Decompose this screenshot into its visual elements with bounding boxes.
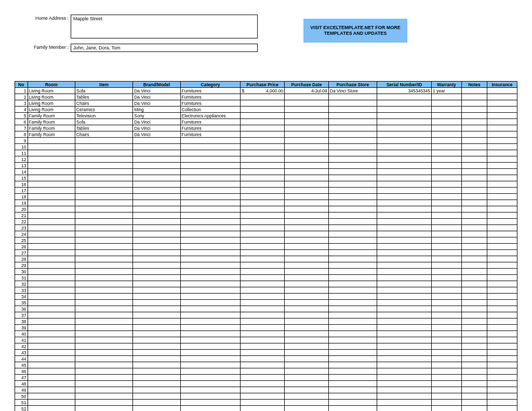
cell-warranty[interactable] (432, 294, 462, 300)
cell-serial[interactable] (377, 368, 432, 375)
cell-brand[interactable]: Ming (133, 107, 180, 113)
cell-notes[interactable] (461, 331, 487, 337)
cell-category[interactable] (180, 362, 241, 368)
cell-date[interactable] (285, 368, 329, 375)
cell-date[interactable] (285, 225, 329, 231)
cell-price[interactable] (241, 188, 285, 194)
cell-room[interactable] (28, 275, 75, 281)
cell-insurance[interactable] (487, 356, 517, 362)
cell-notes[interactable] (461, 206, 487, 213)
cell-item[interactable] (75, 156, 132, 163)
cell-date[interactable] (285, 188, 329, 194)
cell-item[interactable] (75, 343, 132, 350)
cell-date[interactable] (285, 107, 329, 113)
cell-price[interactable] (241, 138, 285, 144)
cell-serial[interactable] (377, 275, 432, 281)
cell-store[interactable] (328, 138, 377, 144)
cell-store[interactable] (328, 119, 377, 125)
cell-insurance[interactable] (487, 163, 517, 169)
cell-insurance[interactable] (487, 350, 517, 356)
cell-serial[interactable] (377, 306, 432, 312)
cell-no[interactable]: 9 (15, 138, 28, 144)
cell-notes[interactable] (461, 100, 487, 107)
cell-room[interactable] (28, 194, 75, 200)
cell-brand[interactable] (133, 225, 180, 231)
cell-category[interactable] (180, 312, 241, 319)
cell-no[interactable]: 48 (15, 381, 28, 387)
cell-notes[interactable] (461, 107, 487, 113)
cell-warranty[interactable] (432, 356, 462, 362)
cell-room[interactable] (28, 200, 75, 206)
cell-item[interactable] (75, 144, 132, 150)
cell-serial[interactable] (377, 231, 432, 237)
cell-serial[interactable] (377, 406, 432, 412)
cell-no[interactable]: 17 (15, 188, 28, 194)
cell-category[interactable] (180, 393, 241, 400)
cell-store[interactable] (328, 400, 377, 406)
cell-room[interactable] (28, 381, 75, 387)
cell-date[interactable] (285, 250, 329, 256)
cell-date[interactable] (285, 200, 329, 206)
cell-room[interactable] (28, 356, 75, 362)
cell-brand[interactable] (133, 163, 180, 169)
cell-date[interactable] (285, 244, 329, 250)
cell-insurance[interactable] (487, 213, 517, 219)
cell-insurance[interactable] (487, 250, 517, 256)
cell-price[interactable] (241, 181, 285, 188)
cell-insurance[interactable] (487, 275, 517, 281)
cell-no[interactable]: 16 (15, 181, 28, 188)
cell-date[interactable] (285, 350, 329, 356)
cell-serial[interactable] (377, 237, 432, 244)
cell-no[interactable]: 36 (15, 306, 28, 312)
cell-item[interactable]: Ceramics (75, 107, 132, 113)
cell-item[interactable] (75, 231, 132, 237)
cell-serial[interactable] (377, 300, 432, 306)
cell-insurance[interactable] (487, 362, 517, 368)
cell-brand[interactable]: Sony (133, 113, 180, 119)
cell-store[interactable] (328, 269, 377, 275)
cell-no[interactable]: 27 (15, 250, 28, 256)
cell-item[interactable] (75, 381, 132, 387)
cell-brand[interactable] (133, 393, 180, 400)
cell-price[interactable] (241, 337, 285, 343)
cell-date[interactable] (285, 381, 329, 387)
cell-item[interactable] (75, 181, 132, 188)
cell-brand[interactable] (133, 188, 180, 194)
cell-room[interactable] (28, 306, 75, 312)
cell-warranty[interactable] (432, 350, 462, 356)
cell-store[interactable] (328, 406, 377, 412)
cell-room[interactable] (28, 406, 75, 412)
cell-brand[interactable] (133, 231, 180, 237)
cell-insurance[interactable] (487, 200, 517, 206)
cell-store[interactable] (328, 175, 377, 181)
cell-no[interactable]: 11 (15, 150, 28, 156)
cell-serial[interactable] (377, 156, 432, 163)
cell-item[interactable] (75, 163, 132, 169)
cell-brand[interactable]: Da Vinci (133, 131, 180, 138)
cell-category[interactable] (180, 343, 241, 350)
cell-item[interactable] (75, 406, 132, 412)
cell-warranty[interactable] (432, 200, 462, 206)
cell-warranty[interactable] (432, 331, 462, 337)
cell-store[interactable] (328, 107, 377, 113)
cell-room[interactable] (28, 375, 75, 381)
cell-date[interactable] (285, 300, 329, 306)
cell-date[interactable] (285, 100, 329, 107)
cell-category[interactable]: Furnitures (180, 125, 241, 131)
cell-insurance[interactable] (487, 325, 517, 331)
cell-insurance[interactable] (487, 387, 517, 393)
cell-price[interactable] (241, 144, 285, 150)
cell-no[interactable]: 38 (15, 319, 28, 325)
cell-date[interactable] (285, 94, 329, 100)
cell-date[interactable] (285, 325, 329, 331)
cell-room[interactable] (28, 231, 75, 237)
cell-notes[interactable] (461, 406, 487, 412)
cell-brand[interactable] (133, 387, 180, 393)
cell-brand[interactable]: Da Vinci (133, 100, 180, 107)
cell-notes[interactable] (461, 306, 487, 312)
cell-insurance[interactable] (487, 300, 517, 306)
cell-item[interactable] (75, 306, 132, 312)
cell-item[interactable] (75, 331, 132, 337)
cell-date[interactable] (285, 337, 329, 343)
cell-warranty[interactable] (432, 343, 462, 350)
